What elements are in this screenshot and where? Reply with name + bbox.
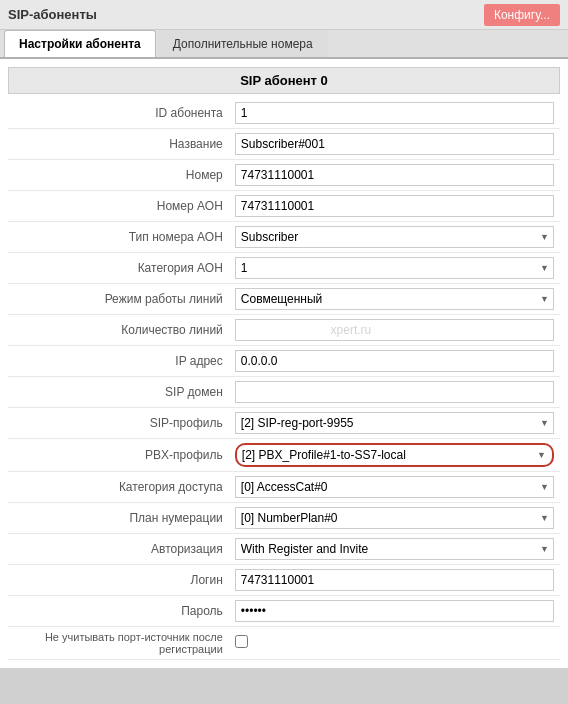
value-authorization[interactable]: With Register and Invite <box>229 534 560 565</box>
value-aon-type[interactable]: Subscriber <box>229 222 560 253</box>
value-pbx-profile[interactable]: [2] PBX_Profile#1-to-SS7-local <box>229 439 560 472</box>
checkbox-ignore-source-port[interactable] <box>235 635 248 648</box>
label-access-category: Категория доступа <box>8 472 229 503</box>
page-title: SIP-абоненты <box>8 7 97 22</box>
value-subscriber-id[interactable] <box>229 98 560 129</box>
label-subscriber-id: ID абонента <box>8 98 229 129</box>
value-sip-domain[interactable] <box>229 377 560 408</box>
label-line-count: Количество линий <box>8 315 229 346</box>
input-name[interactable] <box>235 133 554 155</box>
config-button[interactable]: Конфигу... <box>484 4 560 26</box>
input-aon-number[interactable] <box>235 195 554 217</box>
label-sip-profile: SIP-профиль <box>8 408 229 439</box>
input-subscriber-id[interactable] <box>235 102 554 124</box>
input-line-count[interactable] <box>235 319 554 341</box>
value-ip-address[interactable] <box>229 346 560 377</box>
value-sip-profile[interactable]: [2] SIP-reg-port-9955 <box>229 408 560 439</box>
label-pbx-profile: PBX-профиль <box>8 439 229 472</box>
value-line-mode[interactable]: Совмещенный <box>229 284 560 315</box>
input-ip-address[interactable] <box>235 350 554 372</box>
label-number: Номер <box>8 160 229 191</box>
label-numbering-plan: План нумерации <box>8 503 229 534</box>
label-aon-type: Тип номера АОН <box>8 222 229 253</box>
section-title: SIP абонент 0 <box>8 67 560 94</box>
label-sip-domain: SIP домен <box>8 377 229 408</box>
label-aon-number: Номер АОН <box>8 191 229 222</box>
value-number[interactable] <box>229 160 560 191</box>
label-authorization: Авторизация <box>8 534 229 565</box>
main-content: SIP абонент 0 ID абонентаНазваниеНомерНо… <box>0 59 568 668</box>
value-login[interactable] <box>229 565 560 596</box>
label-password: Пароль <box>8 596 229 627</box>
form-table: ID абонентаНазваниеНомерНомер АОНТип ном… <box>8 98 560 660</box>
value-numbering-plan[interactable]: [0] NumberPlan#0 <box>229 503 560 534</box>
label-login: Логин <box>8 565 229 596</box>
label-line-mode: Режим работы линий <box>8 284 229 315</box>
input-number[interactable] <box>235 164 554 186</box>
select-numbering-plan[interactable]: [0] NumberPlan#0 <box>235 507 554 529</box>
value-line-count[interactable]: xpert.ru <box>229 315 560 346</box>
value-access-category[interactable]: [0] AccessCat#0 <box>229 472 560 503</box>
value-aon-number[interactable] <box>229 191 560 222</box>
select-access-category[interactable]: [0] AccessCat#0 <box>235 476 554 498</box>
value-ignore-source-port[interactable] <box>229 627 560 660</box>
label-ignore-source-port: Не учитывать порт-источник после регистр… <box>8 627 229 660</box>
select-aon-type[interactable]: Subscriber <box>235 226 554 248</box>
input-sip-domain[interactable] <box>235 381 554 403</box>
value-name[interactable] <box>229 129 560 160</box>
value-password[interactable] <box>229 596 560 627</box>
tab-additional-numbers[interactable]: Дополнительные номера <box>158 30 328 57</box>
tab-subscriber-settings[interactable]: Настройки абонента <box>4 30 156 57</box>
select-authorization[interactable]: With Register and Invite <box>235 538 554 560</box>
tab-bar: Настройки абонента Дополнительные номера <box>0 30 568 59</box>
input-password[interactable] <box>235 600 554 622</box>
value-aon-category[interactable]: 1 <box>229 253 560 284</box>
label-ip-address: IP адрес <box>8 346 229 377</box>
select-sip-profile[interactable]: [2] SIP-reg-port-9955 <box>235 412 554 434</box>
label-name: Название <box>8 129 229 160</box>
select-line-mode[interactable]: Совмещенный <box>235 288 554 310</box>
input-login[interactable] <box>235 569 554 591</box>
select-pbx-profile[interactable]: [2] PBX_Profile#1-to-SS7-local <box>235 443 554 467</box>
label-aon-category: Категория АОН <box>8 253 229 284</box>
select-aon-category[interactable]: 1 <box>235 257 554 279</box>
